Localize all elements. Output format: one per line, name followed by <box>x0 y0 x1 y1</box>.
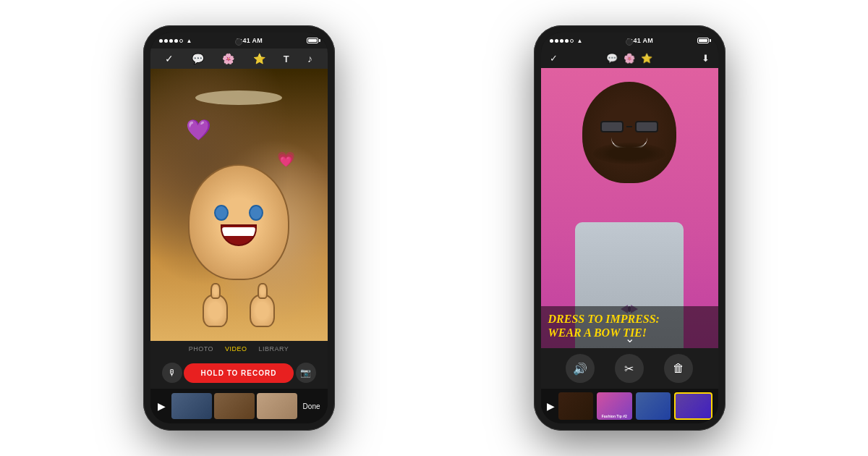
left-hand <box>203 295 228 327</box>
man-head <box>582 82 676 183</box>
phone-1: ▲ 9:41 AM ✓ 💬 🌸 ⭐ T ♪ <box>143 25 335 431</box>
sound-icon: 🔊 <box>573 362 587 376</box>
text-icon-1[interactable]: T <box>284 54 289 64</box>
cartoon-character <box>150 69 328 341</box>
library-tab[interactable]: LIBRARY <box>259 345 289 352</box>
clip-thumb-3[interactable] <box>257 393 297 419</box>
back-icon-1[interactable]: ✓ <box>165 53 174 64</box>
left-eye <box>214 205 229 221</box>
teeth <box>222 227 255 236</box>
toolbar2-left: ✓ <box>550 53 558 64</box>
status-bar-1: ▲ 9:41 AM <box>150 33 328 48</box>
star-icon-1[interactable]: ⭐ <box>253 53 265 64</box>
time-1: 9:41 AM <box>237 37 263 44</box>
battery-1 <box>307 38 318 43</box>
dot-3 <box>169 39 173 43</box>
right-thumb <box>258 283 268 299</box>
timeline-row: ▶ Done <box>150 389 328 423</box>
battery-fill-1 <box>308 39 316 42</box>
capture-tabs: PHOTO VIDEO LIBRARY <box>150 341 328 357</box>
dot2-4 <box>565 39 569 43</box>
dot-4 <box>174 39 178 43</box>
chat-icon-1[interactable]: 💬 <box>192 53 204 64</box>
camera-switch-button[interactable]: 📷 <box>296 363 316 383</box>
hands <box>203 295 275 327</box>
clips-row-2: ▶ Fashion Tip #2 <box>541 389 718 423</box>
video-preview: DRESS TO IMPRESS: WEAR A BOW TIE! ⌄ <box>541 68 718 348</box>
trash-button[interactable]: 🗑 <box>664 354 693 383</box>
man-beard <box>593 143 665 164</box>
clip2-thumb-1[interactable] <box>558 392 594 420</box>
done-button[interactable]: Done <box>303 402 320 410</box>
record-button-label: HOLD TO RECORD <box>201 369 277 377</box>
clip-thumb-1[interactable] <box>171 393 212 419</box>
status-bar-2: ▲ 9:41 AM <box>541 33 718 48</box>
star-icon-2[interactable]: ⭐ <box>641 53 652 64</box>
right-icons-1 <box>307 38 318 43</box>
trash-icon: 🗑 <box>673 362 684 375</box>
play-button[interactable]: ▶ <box>158 400 166 412</box>
dot-5 <box>179 39 183 43</box>
music-icon-1[interactable]: ♪ <box>307 53 312 64</box>
right-icons-2 <box>697 38 709 43</box>
play-button-2[interactable]: ▶ <box>547 400 555 412</box>
hair-top <box>195 90 282 105</box>
clip2-thumb-2[interactable]: Fashion Tip #2 <box>597 392 632 420</box>
record-button[interactable]: HOLD TO RECORD <box>184 363 294 383</box>
signal-dots-2: ▲ <box>550 38 583 44</box>
dot2-2 <box>555 39 558 43</box>
toolbar-2: ✓ 💬 🌸 ⭐ ⬇ <box>541 48 718 68</box>
back-icon-2[interactable]: ✓ <box>550 53 558 64</box>
left-lens <box>600 121 624 132</box>
time-2: 9:41 AM <box>627 37 653 44</box>
phone-2: ▲ 9:41 AM ✓ 💬 🌸 ⭐ ⬇ <box>534 25 726 431</box>
scissors-button[interactable]: ✂ <box>615 354 644 383</box>
phone-1-screen: ▲ 9:41 AM ✓ 💬 🌸 ⭐ T ♪ <box>150 33 328 423</box>
glasses-bridge <box>626 126 631 127</box>
scene: ▲ 9:41 AM ✓ 💬 🌸 ⭐ T ♪ <box>0 0 868 456</box>
wifi-icon-1: ▲ <box>187 38 192 44</box>
dot-1 <box>159 39 163 43</box>
dot-2 <box>164 39 168 43</box>
battery-2 <box>697 38 709 43</box>
chevron-down-icon[interactable]: ⌄ <box>625 332 634 348</box>
phone-2-screen: ▲ 9:41 AM ✓ 💬 🌸 ⭐ ⬇ <box>541 33 718 423</box>
filter-icon-1[interactable]: 🌸 <box>222 53 234 64</box>
clip-thumbnails <box>171 393 297 419</box>
scissors-icon: ✂ <box>624 362 634 376</box>
download-icon[interactable]: ⬇ <box>702 53 710 64</box>
mic-button[interactable]: 🎙 <box>162 363 182 383</box>
filter-icon-2[interactable]: 🌸 <box>624 53 635 64</box>
wifi-icon-2: ▲ <box>577 38 583 44</box>
face <box>188 164 289 280</box>
left-thumb <box>210 283 221 299</box>
record-row: 🎙 HOLD TO RECORD 📷 <box>150 357 328 389</box>
signal-dots: ▲ <box>159 38 192 44</box>
photo-tab[interactable]: PHOTO <box>189 345 213 352</box>
overlay-text-line1: DRESS TO IMPRESS: <box>548 312 711 326</box>
dot2-5 <box>570 39 574 43</box>
glasses <box>600 121 658 132</box>
camera-view-1: 💜 💗 <box>150 69 328 341</box>
dot2-3 <box>560 39 563 43</box>
mouth <box>221 224 257 246</box>
clip2-thumb-3[interactable] <box>636 392 671 420</box>
chat-icon-2[interactable]: 💬 <box>606 53 618 64</box>
battery-fill-2 <box>699 39 707 42</box>
video-tab[interactable]: VIDEO <box>225 345 247 352</box>
edit-controls: 🔊 ✂ 🗑 <box>541 348 718 389</box>
right-hand <box>250 295 275 327</box>
clip2-thumb-4[interactable] <box>674 392 712 420</box>
sound-button[interactable]: 🔊 <box>566 354 595 383</box>
dot2-1 <box>550 39 553 43</box>
clip-thumb-2[interactable] <box>214 393 255 419</box>
right-eye <box>249 205 263 221</box>
toolbar2-icons: 💬 🌸 ⭐ <box>606 53 652 64</box>
toolbar-1: ✓ 💬 🌸 ⭐ T ♪ <box>150 48 328 69</box>
fashion-tip-label: Fashion Tip #2 <box>597 413 632 420</box>
right-lens <box>635 121 658 132</box>
